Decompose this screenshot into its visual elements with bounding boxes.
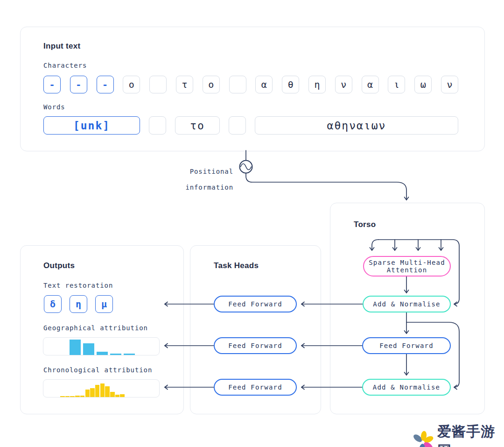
chart-bar (110, 392, 115, 397)
words-label: Words (43, 103, 65, 111)
add-normalise-block-2: Add & Normalise (362, 379, 451, 396)
token-box-empty (229, 116, 246, 135)
token-box: ω (414, 76, 432, 93)
watermark-logo: 爱酱手游网 (412, 422, 504, 447)
geographical-attribution-label: Geographical attribution (43, 324, 148, 332)
chart-bar (70, 340, 81, 355)
chart-bar (65, 396, 70, 397)
token-box: θ (282, 76, 299, 93)
token-box: το (175, 116, 220, 135)
token-box: - (70, 76, 87, 93)
positional-information-label: Positional information (168, 160, 233, 199)
chart-bar (90, 388, 95, 397)
token-box: α (255, 76, 273, 93)
restored-characters-row: δημ (44, 295, 113, 313)
token-box: [unk] (43, 116, 140, 135)
chart-bar (97, 352, 108, 355)
token-box: α (362, 76, 379, 93)
characters-label: Characters (43, 62, 87, 69)
restored-character-box: μ (95, 295, 113, 313)
characters-row: ---oτoαθηναιων (43, 76, 458, 93)
token-box: ν (441, 76, 458, 93)
token-box: αθηναιων (255, 116, 458, 135)
chart-bar (83, 343, 94, 355)
outputs-panel: Outputs Text restoration δημ Geographica… (20, 245, 184, 414)
token-box: - (43, 76, 61, 93)
words-row: [unk]τοαθηναιων (43, 116, 458, 135)
input-panel-title: Input text (43, 42, 81, 51)
sinusoid-icon (240, 161, 252, 173)
outputs-title: Outputs (43, 261, 75, 270)
chart-bar (85, 390, 90, 397)
chart-bar (100, 383, 105, 397)
geographical-attribution-chart (43, 337, 160, 355)
chart-bar (80, 396, 85, 397)
text-restoration-label: Text restoration (43, 282, 113, 289)
token-box: o (123, 76, 140, 93)
chart-bar (105, 386, 110, 397)
task-heads-title: Task Heads (214, 261, 259, 270)
positional-to-torso-arrow (246, 173, 406, 200)
sinusoid-wave (241, 164, 252, 170)
token-box-empty (149, 76, 167, 93)
chart-bar (95, 385, 100, 397)
token-box: ι (388, 76, 405, 93)
torso-title: Torso (354, 220, 376, 229)
token-box: η (308, 76, 326, 93)
chart-bar (110, 354, 121, 355)
torso-feed-forward-block: Feed Forward (362, 337, 451, 354)
chart-bar (120, 394, 125, 397)
token-box-empty (149, 116, 166, 135)
chart-bar (60, 396, 65, 397)
chart-bar (75, 396, 80, 397)
token-box: ν (335, 76, 352, 93)
token-box-empty (229, 76, 246, 93)
task-head-feed-forward-1: Feed Forward (214, 296, 297, 312)
chronological-attribution-label: Chronological attribution (43, 366, 152, 374)
token-box: o (203, 76, 220, 93)
token-box: - (97, 76, 114, 93)
chronological-attribution-chart (43, 379, 160, 397)
sparse-multi-head-attention-block: Sparse Multi-Head Attention (363, 256, 451, 277)
chart-bar (124, 354, 135, 355)
add-normalise-block-1: Add & Normalise (363, 296, 451, 312)
task-head-feed-forward-2: Feed Forward (214, 337, 297, 354)
chart-bar (70, 396, 75, 397)
restored-character-box: δ (44, 295, 62, 313)
input-text-panel: Input text Characters ---oτoαθηναιων Wor… (20, 27, 485, 151)
ithaca-architecture-diagram: Input text Characters ---oτoαθηναιων Wor… (0, 0, 504, 447)
restored-character-box: η (70, 295, 87, 313)
chart-bar (115, 395, 120, 397)
watermark-text: 爱酱手游网 (437, 422, 504, 447)
token-box: τ (176, 76, 193, 93)
flower-logo-icon (412, 429, 434, 447)
task-head-feed-forward-3: Feed Forward (214, 379, 297, 396)
